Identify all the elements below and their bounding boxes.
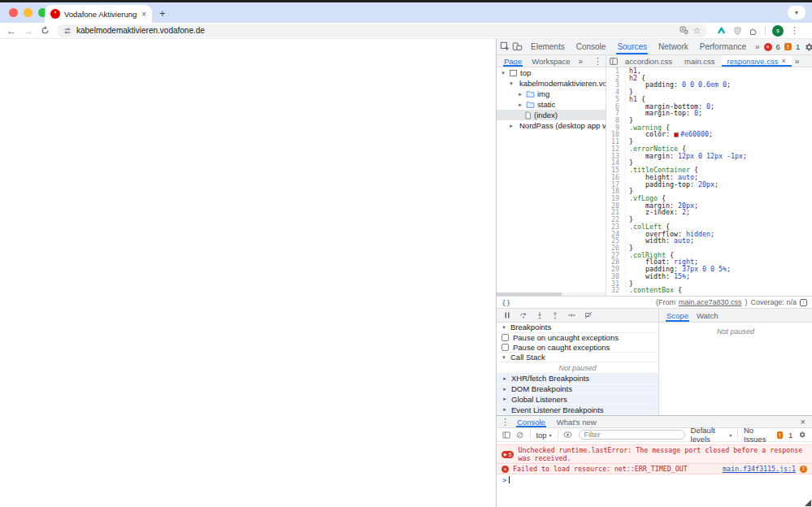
back-button[interactable]: ←: [7, 26, 16, 36]
profile-avatar[interactable]: s: [772, 25, 784, 37]
settings-gear-icon[interactable]: [804, 42, 812, 52]
extensions-puzzle-icon[interactable]: [749, 26, 758, 36]
tree-item-nordpass[interactable]: ▸ NordPass (desktop app versio: [497, 120, 606, 131]
console-settings-gear-icon[interactable]: [798, 430, 806, 440]
issues-badge-icon[interactable]: !: [777, 431, 783, 439]
code-line[interactable]: 17 padding-top: 20px;: [606, 181, 812, 188]
tree-item-domain[interactable]: ▾ kabelmodemaktivieren.vodafor: [497, 78, 606, 89]
checkbox[interactable]: [502, 334, 509, 341]
global-listeners-header[interactable]: ▸ Global Listeners: [497, 394, 658, 405]
expand-arrow-icon[interactable]: ▾: [508, 80, 515, 87]
tab-watch[interactable]: Watch: [693, 309, 723, 322]
event-listener-breakpoints-header[interactable]: ▸ Event Listener Breakpoints: [497, 405, 658, 415]
xhr-breakpoints-header[interactable]: ▸ XHR/fetch Breakpoints: [497, 374, 658, 384]
step-over-icon[interactable]: [519, 311, 528, 319]
tree-item-static[interactable]: ▸ static: [497, 99, 606, 110]
issue-count[interactable]: 1: [796, 42, 800, 51]
code-line[interactable]: 13 margin: 12px 0 12px -1px;: [606, 153, 812, 160]
browser-menu-icon[interactable]: ⋮: [790, 25, 799, 36]
tab-elements[interactable]: Elements: [526, 39, 570, 54]
tree-item-index[interactable]: (index): [497, 110, 606, 120]
tab-console[interactable]: Console: [571, 39, 611, 54]
context-selector[interactable]: top ▾: [536, 431, 551, 440]
site-settings-icon[interactable]: [63, 27, 72, 35]
live-expression-eye-icon[interactable]: [563, 431, 572, 439]
forward-button[interactable]: →: [24, 26, 33, 36]
code-line[interactable]: 30 width: 15%;: [606, 273, 812, 280]
step-icon[interactable]: [567, 311, 576, 319]
issue-count-icon[interactable]: !: [784, 43, 792, 50]
tab-search-button[interactable]: ▾: [788, 6, 805, 20]
pretty-print-icon[interactable]: {}: [502, 298, 510, 307]
coverage-icon[interactable]: !: [800, 299, 807, 306]
navigator-menu-icon[interactable]: ⋮: [593, 56, 602, 67]
drawer-tab-whats-new[interactable]: What's new: [553, 416, 601, 427]
code-line[interactable]: 21 z-index: 2;: [606, 209, 812, 216]
clear-console-icon[interactable]: [516, 431, 523, 440]
url-text[interactable]: kabelmodemaktivieren.vodafone.de: [76, 26, 675, 35]
file-tab-accordion-css[interactable]: accordion.css: [619, 55, 678, 67]
pause-script-icon[interactable]: [503, 311, 511, 319]
console-error-message[interactable]: ▶ 5 Unchecked runtime.lastError: The mes…: [497, 444, 812, 464]
collapse-arrow-icon[interactable]: ▸: [517, 102, 523, 108]
tab-scope[interactable]: Scope: [662, 309, 693, 322]
issue-link-icon[interactable]: !: [800, 466, 807, 473]
shield-extension-icon[interactable]: [733, 26, 742, 36]
bookmark-star-icon[interactable]: ☆: [693, 27, 701, 35]
console-filter-input[interactable]: [579, 430, 685, 440]
console-prompt[interactable]: >: [497, 474, 812, 485]
minimize-window-button[interactable]: [24, 8, 33, 17]
filetabs-more-icon[interactable]: »: [792, 57, 802, 66]
expand-arrow-icon[interactable]: ▾: [500, 70, 506, 76]
tab-workspace[interactable]: Workspace: [528, 55, 574, 67]
browser-tab[interactable]: ' Vodafone Aktivierungsportal ×: [45, 5, 152, 23]
tab-performance[interactable]: Performance: [695, 39, 751, 54]
file-tab-main-css[interactable]: main.css: [679, 55, 720, 67]
error-count-icon[interactable]: ×: [764, 43, 772, 51]
pause-caught-row[interactable]: Pause on caught exceptions: [497, 343, 658, 353]
tab-network[interactable]: Network: [654, 39, 693, 54]
url-bar[interactable]: kabelmodemaktivieren.vodafone.de A ☆: [57, 24, 707, 37]
code-line[interactable]: 10 color: #e60000;: [606, 131, 812, 138]
breakpoints-section-header[interactable]: ▾ Breakpoints: [497, 323, 658, 333]
inspect-element-icon[interactable]: [500, 41, 510, 52]
tab-page[interactable]: Page: [500, 55, 526, 67]
no-issues-label[interactable]: No Issues: [744, 426, 771, 444]
tree-item-img[interactable]: ▸ img: [497, 89, 606, 99]
translate-icon[interactable]: A: [680, 26, 688, 35]
collapse-arrow-icon[interactable]: ▸: [508, 123, 515, 129]
new-tab-button[interactable]: +: [159, 7, 166, 20]
collapse-arrow-icon[interactable]: ▸: [517, 91, 523, 98]
close-window-button[interactable]: [9, 8, 18, 17]
reload-button[interactable]: [41, 26, 50, 35]
code-line[interactable]: 3 padding: 0 0 0.6em 0;: [606, 81, 812, 89]
navigator-scrollbar[interactable]: [497, 292, 606, 296]
console-sidebar-icon[interactable]: [502, 431, 510, 440]
deactivate-breakpoints-icon[interactable]: [584, 311, 593, 319]
show-navigator-icon[interactable]: [609, 57, 619, 66]
dom-breakpoints-header[interactable]: ▸ DOM Breakpoints: [497, 384, 658, 395]
color-swatch[interactable]: [674, 132, 679, 137]
step-into-icon[interactable]: [536, 311, 544, 319]
repeat-count-badge[interactable]: ▶ 5: [502, 451, 514, 458]
window-resize-handle[interactable]: [805, 500, 811, 506]
file-tab-close-icon[interactable]: ×: [781, 57, 785, 65]
drawer-menu-icon[interactable]: ⋮: [501, 417, 510, 427]
log-levels-selector[interactable]: Default levels ▾: [691, 426, 732, 444]
console-error-message[interactable]: × Failed to load resource: net::ERR_TIME…: [497, 464, 812, 474]
checkbox[interactable]: [502, 344, 509, 351]
more-tabs-icon[interactable]: »: [753, 42, 762, 51]
code-editor[interactable]: 1h1,2h2 {3 padding: 0 0 0.6em 0;4}5h1 {6…: [606, 67, 812, 296]
callstack-section-header[interactable]: ▾ Call Stack: [497, 352, 658, 362]
tab-close-icon[interactable]: ×: [141, 10, 146, 19]
navigator-more-icon[interactable]: »: [576, 57, 586, 66]
error-count[interactable]: 6: [776, 42, 780, 51]
code-line[interactable]: 7 margin-top: 0;: [606, 110, 812, 117]
drawer-tab-console[interactable]: Console: [513, 416, 549, 427]
code-line[interactable]: 25 width: auto;: [606, 237, 812, 245]
file-tab-responsive-css[interactable]: responsive.css×: [722, 55, 792, 67]
tree-item-top[interactable]: ▾ top: [497, 67, 606, 78]
error-source-link[interactable]: main.f34f3115.js:1: [723, 465, 796, 473]
pause-uncaught-row[interactable]: Pause on uncaught exceptions: [497, 333, 658, 343]
step-out-icon[interactable]: [551, 311, 559, 319]
